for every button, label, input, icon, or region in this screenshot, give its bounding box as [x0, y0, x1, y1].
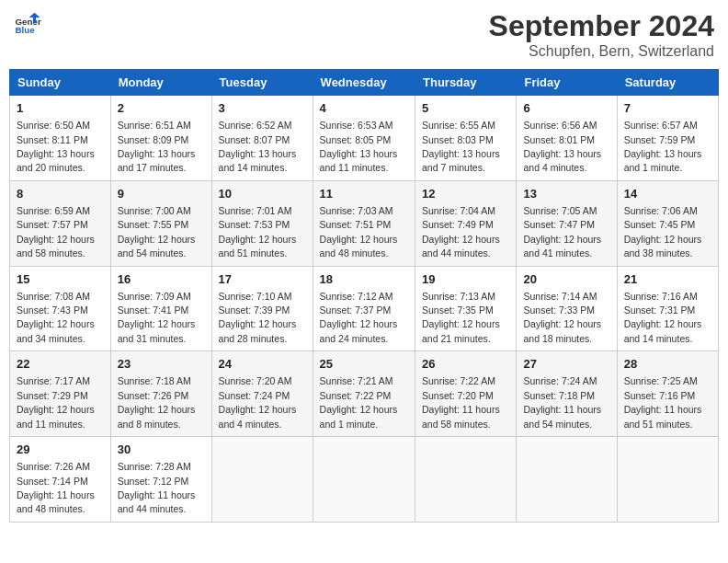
- calendar-cell: [313, 437, 415, 523]
- day-number: 27: [523, 356, 609, 373]
- calendar-cell: [415, 437, 517, 523]
- day-info: Sunrise: 7:20 AMSunset: 7:24 PMDaylight:…: [219, 375, 297, 429]
- day-number: 4: [320, 100, 408, 117]
- calendar-cell: 21Sunrise: 7:16 AMSunset: 7:31 PMDayligh…: [617, 266, 718, 351]
- calendar-cell: [211, 437, 313, 523]
- calendar-table: SundayMondayTuesdayWednesdayThursdayFrid…: [9, 69, 719, 523]
- day-number: 21: [624, 271, 711, 288]
- day-info: Sunrise: 6:57 AMSunset: 7:59 PMDaylight:…: [624, 120, 702, 173]
- calendar-cell: 20Sunrise: 7:14 AMSunset: 7:33 PMDayligh…: [517, 266, 617, 351]
- day-info: Sunrise: 7:12 AMSunset: 7:37 PMDaylight:…: [320, 291, 398, 344]
- day-info: Sunrise: 6:52 AMSunset: 8:07 PMDaylight:…: [219, 120, 297, 173]
- day-number: 7: [624, 100, 711, 117]
- calendar-body: 1Sunrise: 6:50 AMSunset: 8:11 PMDaylight…: [10, 96, 719, 523]
- day-number: 13: [523, 186, 609, 202]
- day-number: 6: [523, 100, 609, 117]
- calendar-cell: 12Sunrise: 7:04 AMSunset: 7:49 PMDayligh…: [415, 180, 517, 266]
- calendar-cell: 6Sunrise: 6:56 AMSunset: 8:01 PMDaylight…: [517, 96, 617, 181]
- calendar-cell: 3Sunrise: 6:52 AMSunset: 8:07 PMDaylight…: [211, 96, 313, 181]
- day-number: 2: [118, 100, 205, 117]
- calendar-cell: 8Sunrise: 6:59 AMSunset: 7:57 PMDaylight…: [10, 180, 111, 266]
- day-number: 3: [219, 100, 306, 117]
- day-header-monday: Monday: [110, 70, 211, 96]
- day-info: Sunrise: 7:14 AMSunset: 7:33 PMDaylight:…: [523, 291, 601, 344]
- day-info: Sunrise: 6:56 AMSunset: 8:01 PMDaylight:…: [523, 120, 601, 173]
- title-area: September 2024 Schupfen, Bern, Switzerla…: [489, 9, 714, 60]
- day-header-thursday: Thursday: [415, 70, 517, 96]
- day-info: Sunrise: 6:51 AMSunset: 8:09 PMDaylight:…: [118, 120, 196, 173]
- calendar-cell: 18Sunrise: 7:12 AMSunset: 7:37 PMDayligh…: [313, 266, 415, 351]
- calendar-cell: 5Sunrise: 6:55 AMSunset: 8:03 PMDaylight…: [415, 96, 517, 181]
- day-header-sunday: Sunday: [10, 70, 111, 96]
- calendar-week-1: 1Sunrise: 6:50 AMSunset: 8:11 PMDaylight…: [10, 96, 719, 181]
- day-header-saturday: Saturday: [617, 70, 718, 96]
- calendar-cell: 19Sunrise: 7:13 AMSunset: 7:35 PMDayligh…: [415, 266, 517, 351]
- calendar-header-row: SundayMondayTuesdayWednesdayThursdayFrid…: [10, 70, 719, 96]
- day-number: 25: [320, 356, 408, 373]
- day-info: Sunrise: 6:53 AMSunset: 8:05 PMDaylight:…: [320, 120, 398, 173]
- calendar-cell: 9Sunrise: 7:00 AMSunset: 7:55 PMDaylight…: [110, 180, 211, 266]
- day-number: 5: [422, 100, 509, 117]
- day-info: Sunrise: 6:55 AMSunset: 8:03 PMDaylight:…: [422, 120, 500, 173]
- day-info: Sunrise: 7:03 AMSunset: 7:51 PMDaylight:…: [320, 205, 398, 259]
- day-number: 14: [624, 186, 711, 202]
- day-number: 9: [118, 186, 205, 202]
- month-title: September 2024: [489, 9, 714, 43]
- day-number: 16: [118, 271, 205, 288]
- day-number: 10: [219, 186, 306, 202]
- day-number: 18: [320, 271, 408, 288]
- logo: General Blue: [14, 9, 41, 37]
- calendar-cell: 11Sunrise: 7:03 AMSunset: 7:51 PMDayligh…: [313, 180, 415, 266]
- day-info: Sunrise: 7:09 AMSunset: 7:41 PMDaylight:…: [118, 291, 196, 344]
- calendar-cell: 27Sunrise: 7:24 AMSunset: 7:18 PMDayligh…: [517, 351, 617, 437]
- day-info: Sunrise: 7:22 AMSunset: 7:20 PMDaylight:…: [422, 375, 500, 429]
- day-info: Sunrise: 7:13 AMSunset: 7:35 PMDaylight:…: [422, 291, 500, 344]
- page-header: General Blue September 2024 Schupfen, Be…: [9, 9, 719, 60]
- calendar-cell: 15Sunrise: 7:08 AMSunset: 7:43 PMDayligh…: [10, 266, 111, 351]
- calendar-cell: 17Sunrise: 7:10 AMSunset: 7:39 PMDayligh…: [211, 266, 313, 351]
- calendar-week-5: 29Sunrise: 7:26 AMSunset: 7:14 PMDayligh…: [10, 437, 719, 523]
- day-info: Sunrise: 7:25 AMSunset: 7:16 PMDaylight:…: [624, 375, 702, 429]
- calendar-cell: 26Sunrise: 7:22 AMSunset: 7:20 PMDayligh…: [415, 351, 517, 437]
- day-number: 1: [17, 100, 104, 117]
- day-number: 20: [523, 271, 609, 288]
- day-header-wednesday: Wednesday: [313, 70, 415, 96]
- day-number: 15: [17, 271, 104, 288]
- day-number: 24: [219, 356, 306, 373]
- day-info: Sunrise: 7:00 AMSunset: 7:55 PMDaylight:…: [118, 205, 196, 259]
- calendar-week-3: 15Sunrise: 7:08 AMSunset: 7:43 PMDayligh…: [10, 266, 719, 351]
- calendar-cell: 7Sunrise: 6:57 AMSunset: 7:59 PMDaylight…: [617, 96, 718, 181]
- calendar-cell: 1Sunrise: 6:50 AMSunset: 8:11 PMDaylight…: [10, 96, 111, 181]
- calendar-cell: 29Sunrise: 7:26 AMSunset: 7:14 PMDayligh…: [10, 437, 111, 523]
- day-header-tuesday: Tuesday: [211, 70, 313, 96]
- calendar-week-2: 8Sunrise: 6:59 AMSunset: 7:57 PMDaylight…: [10, 180, 719, 266]
- calendar-cell: 30Sunrise: 7:28 AMSunset: 7:12 PMDayligh…: [110, 437, 211, 523]
- calendar-cell: 4Sunrise: 6:53 AMSunset: 8:05 PMDaylight…: [313, 96, 415, 181]
- calendar-cell: 24Sunrise: 7:20 AMSunset: 7:24 PMDayligh…: [211, 351, 313, 437]
- day-number: 30: [118, 442, 205, 458]
- day-header-friday: Friday: [517, 70, 617, 96]
- svg-text:Blue: Blue: [16, 25, 36, 35]
- day-info: Sunrise: 7:04 AMSunset: 7:49 PMDaylight:…: [422, 205, 500, 259]
- day-info: Sunrise: 6:59 AMSunset: 7:57 PMDaylight:…: [17, 205, 95, 259]
- day-info: Sunrise: 7:18 AMSunset: 7:26 PMDaylight:…: [118, 375, 196, 429]
- day-info: Sunrise: 7:24 AMSunset: 7:18 PMDaylight:…: [523, 375, 601, 429]
- calendar-cell: 28Sunrise: 7:25 AMSunset: 7:16 PMDayligh…: [617, 351, 718, 437]
- day-info: Sunrise: 7:21 AMSunset: 7:22 PMDaylight:…: [320, 375, 398, 429]
- day-number: 8: [17, 186, 104, 202]
- day-number: 12: [422, 186, 509, 202]
- day-number: 26: [422, 356, 509, 373]
- calendar-cell: 13Sunrise: 7:05 AMSunset: 7:47 PMDayligh…: [517, 180, 617, 266]
- day-info: Sunrise: 7:17 AMSunset: 7:29 PMDaylight:…: [17, 375, 95, 429]
- calendar-cell: 10Sunrise: 7:01 AMSunset: 7:53 PMDayligh…: [211, 180, 313, 266]
- day-info: Sunrise: 7:06 AMSunset: 7:45 PMDaylight:…: [624, 205, 702, 259]
- day-info: Sunrise: 7:16 AMSunset: 7:31 PMDaylight:…: [624, 291, 702, 344]
- day-info: Sunrise: 7:10 AMSunset: 7:39 PMDaylight:…: [219, 291, 297, 344]
- day-info: Sunrise: 6:50 AMSunset: 8:11 PMDaylight:…: [17, 120, 95, 173]
- day-number: 11: [320, 186, 408, 202]
- day-number: 28: [624, 356, 711, 373]
- calendar-cell: 25Sunrise: 7:21 AMSunset: 7:22 PMDayligh…: [313, 351, 415, 437]
- day-number: 23: [118, 356, 205, 373]
- calendar-cell: [517, 437, 617, 523]
- logo-icon: General Blue: [14, 9, 41, 37]
